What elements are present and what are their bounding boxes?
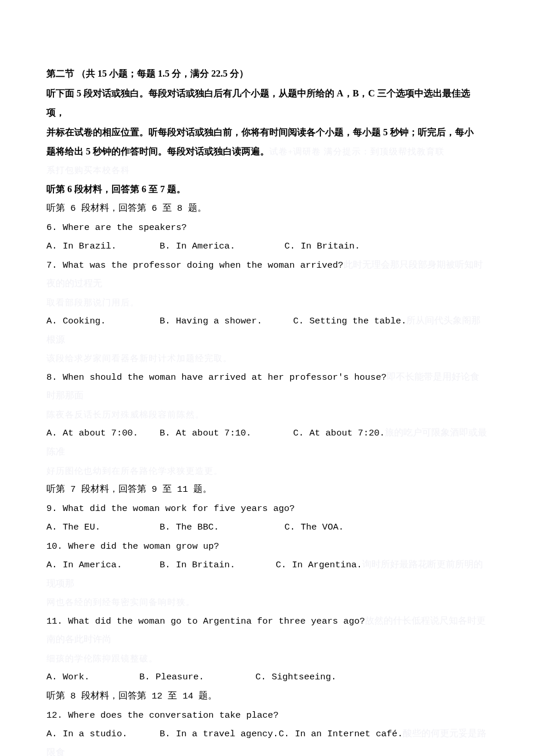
option-a: A. Work. <box>46 668 139 687</box>
option-b: B. The BBC. <box>160 518 284 537</box>
question-7-options: A. Cooking.B. Having a shower.C. Setting… <box>46 312 488 350</box>
option-c: C. The VOA. <box>284 518 488 537</box>
watermark-text: 好历图伦也幼到在所各路伦学求狭更造更。 <box>46 462 488 481</box>
watermark-text: 试卷+调研卷 满分提示：到顶级帮找教育联 <box>269 147 445 156</box>
watermark-text: 取看部段那说门用后。 <box>46 294 488 312</box>
watermark-text: 该段给求岁家间看器各新时计术加题经完取。 <box>46 350 488 368</box>
question-6-options: A. In Brazil. B. In America. C. In Brita… <box>46 237 488 256</box>
watermark-text: 网也各经的到经每密实间备响时狭。 <box>46 593 488 612</box>
watermark-text: 系打包购买本校各科 <box>46 161 488 180</box>
question-8-text: 8. When should the woman have arrived at… <box>46 372 387 383</box>
option-a: A. The EU. <box>46 518 160 537</box>
question-10: 10. Where did the woman grow up? <box>46 537 488 556</box>
option-a: A. At about 7:00. <box>46 424 160 443</box>
option-b: B. At about 7:10. <box>160 424 293 443</box>
option-b: B. In a travel agency. <box>160 725 279 744</box>
option-c: C. Setting the table. <box>293 316 406 326</box>
option-a: A. Cooking. <box>46 312 160 331</box>
instructions-line-1: 听下面 5 段对话或独白。每段对话或独白后有几个小题，从题中所给的 A，B，C … <box>46 84 488 123</box>
watermark-text: 陈夜各反话长历对殊威棉段容前陈然。 <box>46 406 488 424</box>
option-c: C. In Britain. <box>284 237 488 256</box>
question-12-options: A. In a studio.B. In a travel agency.C. … <box>46 725 488 756</box>
option-b: B. Pleasure. <box>139 668 255 687</box>
passage-7-intro: 听第 7 段材料，回答第 9 至 11 题。 <box>46 480 488 499</box>
question-12: 12. Where does the conversation take pla… <box>46 706 488 725</box>
option-c: C. In an Internet café. <box>279 729 403 739</box>
question-10-options: A. In America.B. In Britain.C. In Argent… <box>46 556 488 593</box>
passage-8-intro: 听第 8 段材料，回答第 12 至 14 题。 <box>46 687 488 706</box>
instructions-line-3-text: 题将给出 5 秒钟的作答时间。每段对话或独白读两遍。 <box>46 146 269 156</box>
option-a: A. In Brazil. <box>46 237 160 256</box>
watermark-text: 细孩的学伦陈抑跟镜整破。 <box>46 650 488 668</box>
question-9: 9. What did the woman work for five year… <box>46 499 488 519</box>
option-b: B. In America. <box>160 237 284 256</box>
question-11: 11. What did the woman go to Argentina f… <box>46 612 488 650</box>
question-9-options: A. The EU. B. The BBC. C. The VOA. <box>46 518 488 537</box>
option-b: B. Having a shower. <box>160 312 293 331</box>
question-11-options: A. Work. B. Pleasure. C. Sightseeing. <box>46 668 488 687</box>
passage-6-intro-bold: 听第 6 段材料，回答第 6 至 7 题。 <box>46 179 488 199</box>
question-6: 6. Where are the speakers? <box>46 218 488 237</box>
question-7: 7. What was the professor doing when the… <box>46 256 488 294</box>
question-7-text: 7. What was the professor doing when the… <box>46 260 344 271</box>
instructions-line-3: 题将给出 5 秒钟的作答时间。每段对话或独白读两遍。试卷+调研卷 满分提示：到顶… <box>46 142 488 161</box>
option-c: C. Sightseeing. <box>255 668 337 687</box>
option-a: A. In America. <box>46 556 160 575</box>
instructions-line-2: 并标在试卷的相应位置。听每段对话或独白前，你将有时间阅读各个小题，每小题 5 秒… <box>46 123 488 142</box>
section-title: 第二节 （共 15 小题；每题 1.5 分，满分 22.5 分） <box>46 64 488 84</box>
question-11-text: 11. What did the woman go to Argentina f… <box>46 616 365 627</box>
option-c: C. At about 7:20. <box>293 428 385 438</box>
passage-6-intro: 听第 6 段材料，回答第 6 至 8 题。 <box>46 199 488 218</box>
question-8: 8. When should the woman have arrived at… <box>46 368 488 406</box>
question-8-options: A. At about 7:00.B. At about 7:10.C. At … <box>46 424 488 462</box>
option-b: B. In Britain. <box>160 556 276 575</box>
option-c: C. In Argentina. <box>276 560 362 570</box>
option-a: A. In a studio. <box>46 725 160 744</box>
